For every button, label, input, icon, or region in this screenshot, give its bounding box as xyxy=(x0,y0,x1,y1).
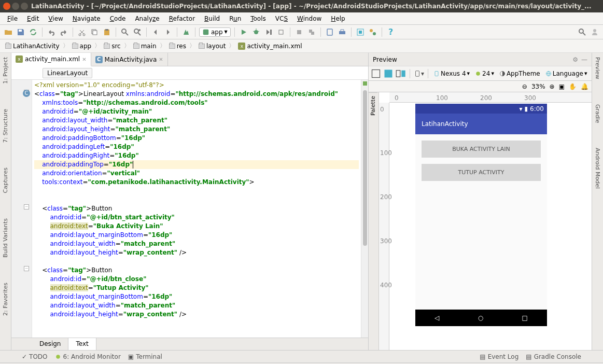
redo-icon[interactable] xyxy=(59,27,69,37)
tab-captures[interactable]: Captures xyxy=(1,165,10,195)
theme-selector[interactable]: AppTheme xyxy=(498,70,542,77)
debug-icon[interactable] xyxy=(251,27,261,37)
show-design-icon[interactable] xyxy=(371,68,381,79)
open-icon[interactable] xyxy=(3,27,13,37)
zoom-fit-icon[interactable]: ▣ xyxy=(559,83,565,90)
window-close-icon[interactable] xyxy=(3,3,10,10)
crumb-src[interactable]: src xyxy=(101,41,124,51)
tab-favorites[interactable]: 2: Favorites xyxy=(1,281,10,318)
theme-editor-icon[interactable] xyxy=(368,27,378,37)
run-icon[interactable] xyxy=(239,27,249,37)
window-maximize-icon[interactable] xyxy=(21,3,28,10)
hide-icon[interactable]: — xyxy=(581,56,587,63)
tab-gradle-console[interactable]: ▤ Gradle Console xyxy=(526,353,581,360)
menu-edit[interactable]: Edit xyxy=(23,14,43,23)
show-both-icon[interactable] xyxy=(396,68,406,79)
find-icon[interactable] xyxy=(120,27,130,37)
replace-icon[interactable] xyxy=(132,27,143,37)
crumb-main[interactable]: main xyxy=(130,41,160,51)
cut-icon[interactable] xyxy=(77,27,87,37)
code-lines[interactable]: <?xml version="1.0" encoding="utf-8"?><c… xyxy=(32,80,361,338)
zoom-out-icon[interactable]: ⊖ xyxy=(522,83,527,90)
tab-android-monitor[interactable]: 6: Android Monitor xyxy=(55,353,121,360)
close-tab-icon[interactable]: ✕ xyxy=(159,57,163,62)
tab-gradle[interactable]: Gradle xyxy=(593,102,602,125)
run-coverage-icon[interactable] xyxy=(263,27,274,37)
nav-breadcrumb: LatihanActivity〉 app〉 src〉 main〉 res〉 la… xyxy=(0,39,603,53)
close-tab-icon[interactable]: ✕ xyxy=(82,57,86,62)
sdk-manager-icon[interactable] xyxy=(337,27,347,37)
menu-help[interactable]: Help xyxy=(327,14,349,23)
tab-terminal[interactable]: ▣ Terminal xyxy=(128,353,162,360)
api-selector[interactable]: 24▾ xyxy=(473,70,496,77)
tab-palette[interactable]: Palette xyxy=(369,92,377,119)
file-tab-activity-main[interactable]: x activity_main.xml ✕ xyxy=(11,53,91,66)
orientation-icon[interactable]: ▾ xyxy=(414,68,424,79)
back-icon[interactable] xyxy=(150,27,161,37)
menu-vcs[interactable]: VCS xyxy=(271,14,292,23)
run-config-selector[interactable]: app ▼ xyxy=(199,27,231,37)
menu-refactor[interactable]: Refactor xyxy=(165,14,199,23)
structure-breadcrumb: LinearLayout xyxy=(11,66,368,80)
undo-icon[interactable] xyxy=(46,27,57,37)
show-blueprint-icon[interactable] xyxy=(383,68,394,79)
tab-structure[interactable]: 7: Structure xyxy=(1,107,10,145)
crumb-res[interactable]: res xyxy=(166,41,189,51)
tab-preview[interactable]: Preview xyxy=(593,55,602,81)
paste-icon[interactable] xyxy=(102,27,112,37)
layout-inspector-icon[interactable] xyxy=(355,27,366,37)
sync-icon[interactable] xyxy=(28,27,38,37)
copy-icon[interactable] xyxy=(89,27,100,37)
pan-icon[interactable]: ✋ xyxy=(569,83,577,90)
crumb-layout[interactable]: layout xyxy=(195,41,229,51)
menu-build[interactable]: Build xyxy=(200,14,224,23)
preview-title: Preview xyxy=(373,56,397,63)
tab-android-model[interactable]: Android Model xyxy=(593,146,602,191)
gear-icon[interactable]: ⚙ xyxy=(572,56,578,63)
user-icon[interactable] xyxy=(590,27,600,37)
forward-icon[interactable] xyxy=(163,27,173,37)
attach-debugger-icon[interactable] xyxy=(276,27,286,37)
crumb-file[interactable]: xactivity_main.xml xyxy=(235,41,305,51)
crumb-module[interactable]: app xyxy=(69,41,95,51)
crumb-project[interactable]: LatihanActivity xyxy=(2,41,63,51)
menu-navigate[interactable]: Navigate xyxy=(68,14,105,23)
stop-icon[interactable] xyxy=(294,27,304,37)
svg-line-29 xyxy=(583,33,585,35)
menu-analyze[interactable]: Analyze xyxy=(131,14,163,23)
fold-icon[interactable]: − xyxy=(24,266,29,271)
menu-view[interactable]: View xyxy=(44,14,67,23)
editor-gutter[interactable]: − C − − xyxy=(11,80,32,338)
menu-file[interactable]: File xyxy=(3,14,22,23)
menu-run[interactable]: Run xyxy=(225,14,245,23)
help-icon[interactable]: ? xyxy=(386,27,396,37)
stop-all-icon[interactable] xyxy=(306,27,317,37)
tab-event-log[interactable]: ▤ Event Log xyxy=(480,353,518,360)
scrollbar-thumb[interactable] xyxy=(363,90,367,246)
menu-window[interactable]: Window xyxy=(293,14,326,23)
svg-rect-0 xyxy=(19,30,22,32)
make-icon[interactable] xyxy=(181,27,191,37)
structure-crumb-root[interactable]: LinearLayout xyxy=(43,68,92,78)
search-everywhere-icon[interactable] xyxy=(577,27,587,37)
save-icon[interactable] xyxy=(16,27,26,37)
file-tab-mainactivity[interactable]: C MainActivity.java ✕ xyxy=(91,53,168,66)
code-editor[interactable]: − C − − <?xml version="1.0" encoding="ut… xyxy=(11,80,368,338)
avd-manager-icon[interactable] xyxy=(325,27,335,37)
design-surface[interactable]: 0 100 200 300 0 100 200 300 400 ▾ ▮ 6 xyxy=(379,92,592,350)
menu-tools[interactable]: Tools xyxy=(246,14,270,23)
tab-project[interactable]: 1: Project xyxy=(1,55,10,86)
phone-navbar: ◁ ○ □ xyxy=(415,310,547,326)
menu-code[interactable]: Code xyxy=(106,14,130,23)
fold-icon[interactable]: − xyxy=(24,204,29,209)
editor-scrollstrip[interactable] xyxy=(361,80,368,338)
tab-todo[interactable]: ✓ TODO xyxy=(22,353,48,360)
tab-design[interactable]: Design xyxy=(32,338,68,350)
device-selector[interactable]: Nexus 4▾ xyxy=(432,70,471,77)
tab-build-variants[interactable]: Build Variants xyxy=(1,216,10,260)
window-minimize-icon[interactable] xyxy=(12,3,19,10)
notifications-icon[interactable]: 🔔 xyxy=(581,83,588,90)
tab-text[interactable]: Text xyxy=(68,338,96,350)
language-selector[interactable]: Language▾ xyxy=(544,70,589,77)
zoom-in-icon[interactable]: ⊕ xyxy=(550,83,555,90)
